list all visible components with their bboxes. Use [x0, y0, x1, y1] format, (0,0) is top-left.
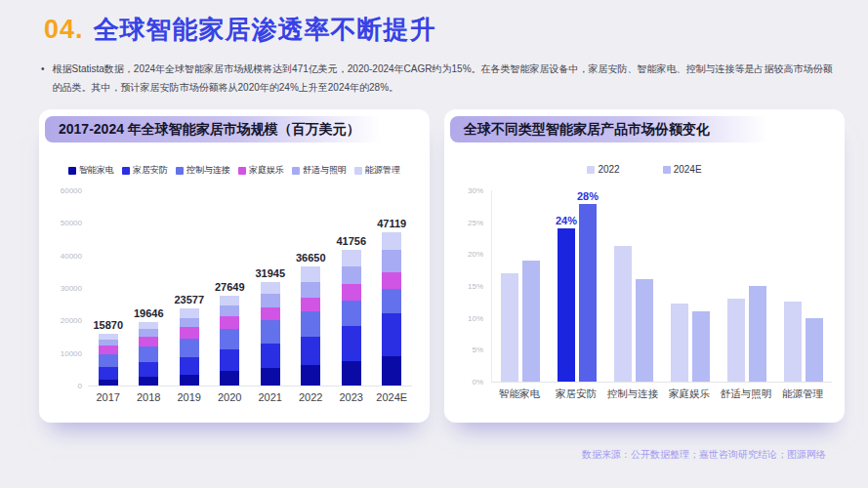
bar-stack: [220, 296, 239, 386]
y-axis-tick-label: 0%: [472, 378, 483, 386]
y-axis-tick-label: 0: [78, 382, 82, 390]
page-header: 04. 全球智能家居渗透率不断提升: [44, 13, 436, 47]
bar-stack: [99, 334, 118, 386]
bar-segment: [180, 375, 199, 386]
x-axis-label: 2024E: [372, 391, 413, 403]
bar-2022: [671, 304, 688, 382]
right-chart-plot-area: 24%28%: [491, 190, 832, 383]
bar-segment: [180, 308, 199, 317]
bar-segment: [342, 326, 361, 361]
y-axis-tick-label: 15%: [468, 282, 483, 291]
x-axis-label: 2022: [291, 391, 332, 403]
bar-segment: [382, 232, 401, 250]
bar-segment: [261, 294, 280, 306]
legend-label: 2022: [598, 164, 619, 175]
bar-column: 31945: [250, 190, 291, 386]
right-chart-x-axis: 智能家电家居安防控制与连接家庭娱乐舒适与照明能源管理: [491, 387, 831, 401]
y-axis-tick-label: 10000: [61, 348, 82, 357]
bar-segment: [261, 368, 280, 386]
bar-total-label: 36650: [296, 252, 326, 264]
bar-segment: [99, 354, 118, 368]
bar-segment: [301, 266, 320, 282]
bar-total-label: 23577: [174, 294, 204, 305]
bar-2024e: [579, 204, 597, 382]
bar-column: 23577: [169, 190, 210, 386]
x-axis-label: 智能家电: [491, 387, 548, 401]
summary-text: 根据Statista数据，2024年全球智能家居市场规模将达到471亿美元，20…: [53, 60, 834, 97]
y-axis-tick-label: 5%: [472, 346, 483, 354]
bar-segment: [220, 316, 239, 329]
y-axis-tick-label: 60000: [61, 186, 82, 195]
bar-segment: [301, 298, 320, 312]
right-chart-y-axis: 0%5%10%15%20%25%30%: [446, 190, 483, 382]
legend-item: 智能家电: [68, 164, 114, 177]
bar-segment: [139, 322, 158, 329]
legend-swatch: [587, 166, 595, 174]
bar-segment: [99, 367, 118, 379]
bar-2024e: [749, 286, 766, 382]
bar-segment: [220, 329, 239, 349]
grouped-bar-column: [671, 190, 688, 382]
legend-label: 家庭娱乐: [249, 164, 284, 177]
bar-stack: [139, 322, 158, 386]
bar-column: 27649: [210, 190, 251, 386]
bar-total-label: 27649: [215, 281, 245, 293]
y-axis-tick-label: 40000: [61, 251, 82, 260]
bar-value-label: 24%: [556, 215, 577, 226]
legend-swatch: [122, 167, 130, 175]
y-axis-tick-label: 20000: [61, 316, 82, 325]
x-axis-label: 能源管理: [774, 387, 831, 401]
bar-column: 15870: [88, 190, 129, 386]
right-chart-title: 全球不同类型智能家居产品市场份额变化: [450, 116, 780, 142]
grouped-bar-column: [727, 190, 745, 382]
summary-bullet: • 根据Statista数据，2024年全球智能家居市场规模将达到471亿美元，…: [41, 60, 834, 97]
bar-group: [501, 190, 540, 382]
x-axis-label: 家居安防: [548, 387, 604, 401]
legend-item: 2024E: [663, 164, 702, 175]
x-axis-label: 2019: [169, 391, 210, 403]
bar-segment: [180, 327, 199, 339]
bar-2024e: [522, 261, 540, 382]
grouped-bar-column: [522, 190, 540, 382]
market-share-chart-card: 全球不同类型智能家居产品市场份额变化 2022 2024E 0%5%10%15%…: [444, 109, 845, 423]
legend-label: 控制与连接: [186, 164, 230, 177]
bar-2022: [727, 299, 745, 382]
section-number: 04.: [44, 15, 84, 45]
bar-segment: [342, 266, 361, 285]
legend-swatch: [663, 166, 671, 174]
y-axis-tick-label: 10%: [468, 313, 483, 322]
bullet-marker: •: [41, 60, 45, 97]
y-axis-tick-label: 25%: [468, 218, 483, 226]
bar-total-label: 31945: [255, 267, 285, 279]
x-axis-label: 2023: [331, 391, 372, 403]
bar-segment: [139, 329, 158, 337]
left-chart-y-axis: 0100002000030000400005000060000: [43, 190, 82, 386]
data-source-note: 数据来源：公开数据整理；嘉世咨询研究结论；图源网络: [582, 448, 826, 462]
grouped-bar-column: 24%: [558, 190, 575, 382]
x-axis-label: 2021: [250, 391, 291, 403]
bar-segment: [342, 284, 361, 301]
bar-segment: [220, 371, 239, 386]
legend-swatch: [176, 167, 184, 175]
x-axis-label: 控制与连接: [604, 387, 661, 401]
bar-segment: [382, 356, 401, 386]
bar-group: [614, 190, 653, 382]
bar-segment: [382, 289, 401, 313]
bar-segment: [139, 377, 158, 386]
legend-item: 家居安防: [122, 164, 168, 177]
bar-segment: [180, 339, 199, 357]
legend-item: 2022: [587, 164, 619, 175]
bar-total-label: 19646: [134, 307, 164, 319]
bar-segment: [301, 311, 320, 337]
bar-segment: [139, 337, 158, 346]
legend-label: 智能家电: [79, 164, 114, 177]
left-chart-plot-area: 1587019646235772764931945366504175647119: [88, 190, 412, 386]
bar-column: 36650: [291, 190, 332, 386]
y-axis-tick-label: 30000: [61, 284, 82, 293]
bar-stack: [382, 232, 401, 386]
bar-2024e: [692, 311, 710, 382]
y-axis-tick-label: 50000: [61, 219, 82, 227]
bar-group: [784, 190, 823, 382]
bar-2022: [614, 246, 632, 382]
bar-2022: [558, 228, 575, 382]
